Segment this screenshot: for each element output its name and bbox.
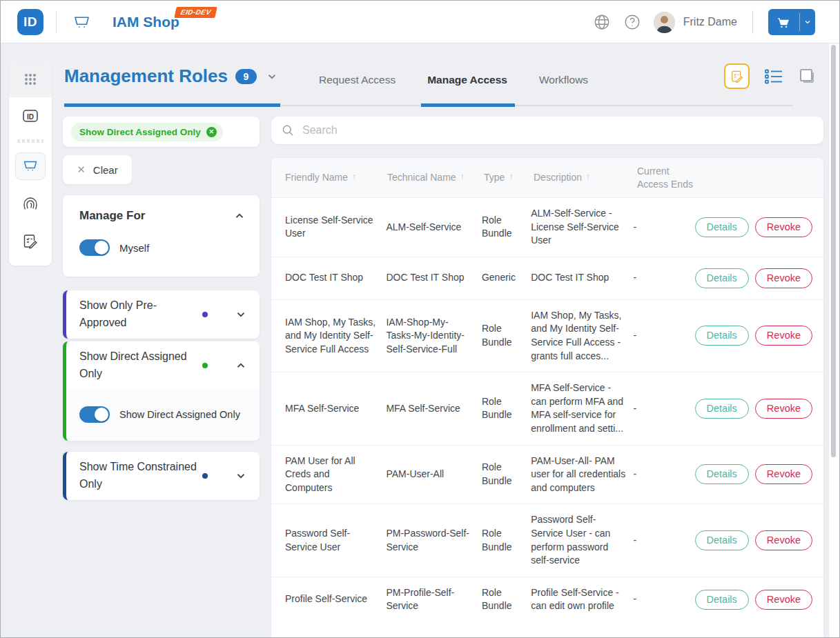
description-cell: IAM Shop, My Tasks, and My Identity Self…	[531, 309, 633, 363]
svg-text:ID: ID	[27, 113, 34, 121]
technical-name-cell: DOC Test IT Shop	[386, 271, 482, 285]
vertical-scrollbar-thumb[interactable]	[831, 45, 836, 457]
user-avatar[interactable]	[654, 12, 675, 33]
list-view-icon[interactable]	[763, 67, 784, 86]
page-title-group: Management Roles 9	[64, 66, 278, 87]
type-cell: Role Bundle	[482, 527, 531, 554]
description-cell: PAM-User-All- PAM user for all credentia…	[531, 455, 633, 495]
chevron-down-icon[interactable]	[235, 470, 247, 482]
current-access-ends-cell: -	[634, 592, 695, 606]
details-button[interactable]: Details	[695, 530, 749, 550]
request-form-module-icon[interactable]	[9, 223, 52, 260]
filter-card-direct-assigned: Show Direct Assigned Only Show Direct As…	[63, 341, 260, 441]
revoke-button[interactable]: Revoke	[755, 399, 812, 419]
divider	[752, 10, 753, 34]
identity-module-icon[interactable]: ID	[9, 97, 52, 134]
filter-status-dot	[202, 363, 208, 368]
filter-title: Show Only Pre-Approved	[79, 297, 201, 332]
details-button[interactable]: Details	[695, 399, 749, 419]
type-cell: Role Bundle	[482, 586, 531, 613]
tab-manage-access[interactable]: Manage Access	[427, 74, 507, 86]
filter-title: Show Time Constrained Only	[79, 459, 201, 493]
title-active-underline	[64, 103, 280, 107]
clear-x-icon: ✕	[77, 163, 86, 176]
revoke-button[interactable]: Revoke	[755, 590, 812, 610]
app-grid-icon[interactable]	[9, 61, 52, 97]
description-cell: MFA Self-Service - can perform MFA and M…	[531, 381, 633, 435]
user-name: Fritz Dame	[683, 16, 737, 28]
description-cell: Password Self-Service User - can perform…	[531, 513, 633, 567]
tab-request-access[interactable]: Request Access	[319, 74, 395, 86]
technical-name-cell: IAM-Shop-My-Tasks-My-Identity-Self-Servi…	[386, 316, 482, 357]
friendly-name-cell: Profile Self-Service	[285, 592, 386, 606]
technical-name-cell: MFA Self-Service	[386, 402, 482, 416]
top-bar: ID IAM Shop EID-DEV Fritz Dame	[1, 1, 840, 43]
sort-arrow-icon[interactable]: ↑	[352, 171, 357, 183]
details-button[interactable]: Details	[695, 268, 749, 288]
help-icon[interactable]	[623, 13, 641, 31]
details-button[interactable]: Details	[695, 326, 749, 346]
cart-icon	[768, 15, 799, 30]
table-row: MFA Self-Service MFA Self-Service Role B…	[271, 372, 823, 444]
title-chevron-down-icon[interactable]	[266, 70, 278, 83]
technical-name-cell: ALM-Self-Service	[386, 221, 482, 235]
checkout-cart-button[interactable]	[768, 9, 815, 35]
filter-card-time-constrained-header[interactable]: Show Time Constrained Only	[66, 452, 260, 500]
table-header-row: Friendly Name↑ Technical Name↑ Type↑ Des…	[271, 158, 823, 197]
sort-arrow-icon[interactable]: ↑	[460, 171, 465, 183]
sort-arrow-icon[interactable]: ↑	[586, 171, 591, 183]
table-row: Profile Self-Service PM-Profile-Self-Ser…	[271, 577, 823, 622]
details-button[interactable]: Details	[695, 217, 749, 237]
active-filter-chip: Show Direct Assigned Only ✕	[71, 123, 223, 141]
column-header-type[interactable]: Type↑	[484, 171, 534, 183]
view-actions	[724, 63, 817, 89]
revoke-button[interactable]: Revoke	[755, 268, 812, 288]
chevron-up-icon[interactable]	[235, 359, 247, 372]
myself-toggle[interactable]	[79, 239, 110, 256]
chevron-up-icon[interactable]	[233, 210, 246, 222]
table-row: License Self-Service User ALM-Self-Servi…	[271, 197, 823, 257]
clear-filters-button[interactable]: ✕ Clear	[63, 155, 132, 184]
card-view-icon[interactable]	[798, 67, 817, 86]
direct-assigned-toggle[interactable]	[79, 406, 110, 423]
column-header-technical-name[interactable]: Technical Name↑	[387, 171, 484, 183]
description-cell: DOC Test IT Shop	[531, 271, 633, 285]
column-header-description[interactable]: Description↑	[534, 171, 637, 183]
description-cell: Profile Self-Service - can edit own prof…	[531, 586, 633, 613]
friendly-name-cell: MFA Self-Service	[285, 402, 386, 416]
tab-active-underline	[421, 103, 515, 107]
search-input[interactable]	[302, 124, 814, 137]
current-access-ends-cell: -	[634, 468, 695, 481]
chip-remove-icon[interactable]: ✕	[206, 127, 217, 137]
search-bar	[271, 117, 823, 144]
logo-text: ID	[23, 14, 37, 30]
friendly-name-cell: IAM Shop, My Tasks, and My Identity Self…	[285, 316, 386, 357]
iam-shop-module-icon-active[interactable]	[9, 147, 52, 186]
filter-card-pre-approved-header[interactable]: Show Only Pre-Approved	[66, 290, 260, 339]
clear-label: Clear	[93, 164, 118, 176]
cart-dropdown-caret-icon[interactable]	[800, 18, 815, 26]
language-globe-icon[interactable]	[593, 13, 611, 31]
revoke-button[interactable]: Revoke	[755, 464, 812, 484]
type-cell: Role Bundle	[482, 214, 531, 241]
fingerprint-module-icon[interactable]	[9, 186, 52, 223]
active-filters-card: Show Direct Assigned Only ✕	[63, 117, 260, 147]
tab-bar: Request Access Manage Access Workflows	[319, 59, 588, 101]
environment-badge: EID-DEV	[174, 7, 217, 18]
chevron-down-icon[interactable]	[235, 308, 247, 321]
tab-workflows[interactable]: Workflows	[539, 74, 588, 86]
revoke-button[interactable]: Revoke	[755, 326, 812, 346]
app-title: IAM Shop	[113, 14, 179, 30]
details-button[interactable]: Details	[695, 590, 749, 610]
revoke-button[interactable]: Revoke	[755, 217, 812, 237]
shop-cart-icon[interactable]	[72, 13, 91, 32]
details-button[interactable]: Details	[695, 464, 749, 484]
column-header-friendly-name[interactable]: Friendly Name↑	[285, 171, 387, 183]
revoke-button[interactable]: Revoke	[755, 530, 812, 550]
request-form-view-icon[interactable]	[724, 63, 750, 89]
filter-card-direct-assigned-header[interactable]: Show Direct Assigned Only	[66, 341, 260, 390]
vertical-scrollbar-track[interactable]	[828, 43, 839, 637]
filter-card-direct-assigned-body: Show Direct Assigned Only	[66, 390, 260, 441]
id-logo[interactable]: ID	[17, 9, 43, 35]
sort-arrow-icon[interactable]: ↑	[509, 171, 514, 183]
